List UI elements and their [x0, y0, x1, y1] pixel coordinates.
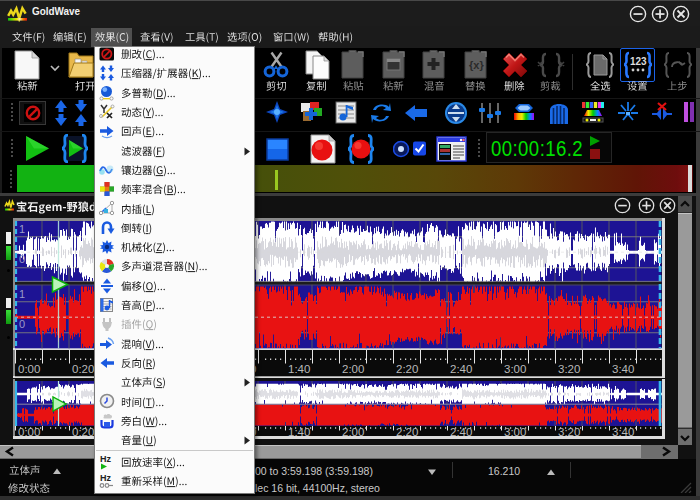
- svg-text:Hz: Hz: [100, 473, 111, 483]
- svg-text:0:20: 0:20: [72, 426, 94, 436]
- svg-text:3:00: 3:00: [504, 426, 526, 436]
- svg-text:1:40: 1:40: [288, 426, 310, 436]
- svg-text:1: 1: [19, 223, 25, 235]
- svg-text:2:20: 2:20: [396, 426, 418, 436]
- svg-text:3:40: 3:40: [612, 363, 634, 375]
- svg-text:0:20: 0:20: [72, 363, 94, 375]
- svg-text:2:40: 2:40: [450, 426, 472, 436]
- svg-text:0: 0: [19, 253, 25, 265]
- svg-text:Hz: Hz: [100, 454, 111, 464]
- svg-text:2:40: 2:40: [450, 363, 472, 375]
- svg-text:2:00: 2:00: [342, 363, 364, 375]
- svg-text:3:40: 3:40: [612, 426, 634, 436]
- svg-text:0: 0: [19, 318, 25, 330]
- svg-text:2:00: 2:00: [342, 426, 364, 436]
- svg-text:1: 1: [19, 288, 25, 300]
- svg-text:3:20: 3:20: [558, 426, 580, 436]
- svg-text:0:00: 0:00: [18, 363, 40, 375]
- svg-text:0:00: 0:00: [18, 426, 40, 436]
- svg-text:2:20: 2:20: [396, 363, 418, 375]
- svg-text:1:40: 1:40: [288, 363, 310, 375]
- svg-text:{x}: {x}: [469, 59, 484, 71]
- svg-text:3:00: 3:00: [504, 363, 526, 375]
- svg-text:3:20: 3:20: [558, 363, 580, 375]
